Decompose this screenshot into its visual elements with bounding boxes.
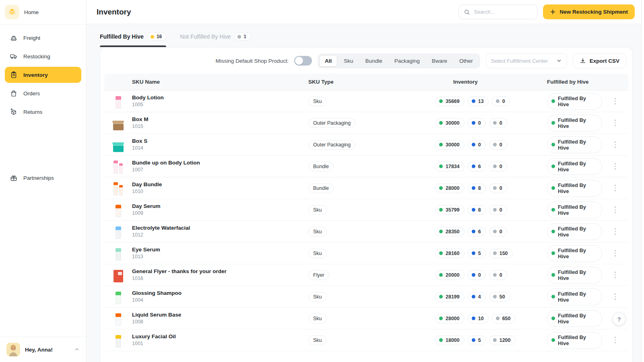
sku-name: General Flyer - thanks for your order <box>132 268 308 275</box>
sidebar-nav: FreightRestockingInventoryOrdersReturns <box>0 25 86 121</box>
table-row[interactable]: General Flyer - thanks for your order 10… <box>104 264 628 286</box>
row-menu-button[interactable] <box>612 117 619 129</box>
column-header-sku-type: SKU Type <box>308 79 435 85</box>
sidebar-item-inventory[interactable]: Inventory <box>5 67 81 83</box>
table-body: Body Lotion 1005 Sku 35669130 Fulfilled … <box>104 90 628 351</box>
row-menu-button[interactable] <box>612 182 619 194</box>
product-thumbnail <box>111 333 125 348</box>
table-row[interactable]: Liquid Serum Base 1008 Sku 2800010650 Fu… <box>104 308 628 329</box>
top-bar: Inventory New Restocking Shipment <box>87 0 644 24</box>
sku-name: Box M <box>132 116 308 123</box>
inventory-available-pill: 35799 <box>435 205 464 215</box>
sku-name: Eye Serum <box>132 246 308 253</box>
inventory-other-pill: 0 <box>489 205 507 215</box>
sidebar-item-orders[interactable]: Orders <box>5 85 81 101</box>
row-menu-button[interactable] <box>612 204 619 216</box>
product-thumbnail <box>111 224 125 239</box>
inventory-pills: 2800080 <box>435 183 547 193</box>
table-row[interactable]: Box S 1014 Outer Packaging 3000000 Fulfi… <box>104 134 628 156</box>
user-menu[interactable]: Hey, Anna! <box>0 337 86 362</box>
row-menu-button[interactable] <box>612 269 619 281</box>
fulfillment-center-select[interactable]: Select Fulfillment Center <box>486 53 567 68</box>
filter-segment-sku[interactable]: Sku <box>338 55 359 67</box>
inventory-reserved-pill: 8 <box>468 205 486 215</box>
filter-row: Missing Default Shop Product: AllSkuBund… <box>100 47 632 74</box>
row-menu-button[interactable] <box>612 160 619 172</box>
filter-segment-bundle[interactable]: Bundle <box>360 55 388 67</box>
row-menu-button[interactable] <box>612 226 619 237</box>
inventory-reserved-pill: 5 <box>468 335 486 345</box>
inventory-pills: 3000000 <box>435 140 547 150</box>
inventory-reserved-pill: 13 <box>468 97 489 106</box>
fulfillment-status-badge: Fulfilled By Hive <box>547 136 602 153</box>
filter-segment-other[interactable]: Other <box>454 55 479 67</box>
table-row[interactable]: Day Serum 1009 Sku 3579980 Fulfilled By … <box>104 199 628 221</box>
shopping-bag-icon <box>10 89 18 97</box>
new-restocking-shipment-button[interactable]: New Restocking Shipment <box>543 4 635 19</box>
sku-number: 1010 <box>132 188 308 195</box>
row-menu-button[interactable] <box>612 247 619 259</box>
table-row[interactable]: Eye Serum 1013 Sku 281605150 Fulfilled B… <box>104 243 628 264</box>
tab-fulfilled-by-hive[interactable]: Fulfilled By Hive16 <box>100 31 166 47</box>
fulfillment-status-badge: Fulfilled By Hive <box>547 115 602 132</box>
fulfillment-status-badge: Fulfilled By Hive <box>547 202 602 218</box>
main-area: Inventory New Restocking Shipment Fulfil… <box>87 0 644 362</box>
search-box <box>458 4 537 19</box>
row-menu-button[interactable] <box>612 291 619 302</box>
filter-segment-packaging[interactable]: Packaging <box>389 55 425 67</box>
table-row[interactable]: Luxury Facial Oil 1001 Sku 1800051200 Fu… <box>104 329 628 351</box>
sidebar-item-label: Restocking <box>23 53 50 60</box>
sidebar-item-freight[interactable]: Freight <box>5 30 81 46</box>
status-dot <box>551 295 555 298</box>
filter-segment-all[interactable]: All <box>319 55 337 67</box>
table-row[interactable]: Bundle up on Body Lotion 1007 Bundle 178… <box>104 156 628 177</box>
status-dot <box>551 121 555 125</box>
scrollbar[interactable] <box>641 0 644 362</box>
export-csv-button[interactable]: Export CSV <box>573 53 626 68</box>
inventory-reserved-pill: 5 <box>468 249 486 258</box>
row-menu-button[interactable] <box>612 139 619 150</box>
search-input[interactable] <box>474 9 532 15</box>
inventory-available-pill: 30000 <box>435 140 464 150</box>
sidebar-item-home[interactable]: Home <box>0 0 86 24</box>
table-row[interactable]: Electrolyte Waterfacial 1012 Sku 2835060… <box>104 221 628 243</box>
row-menu-button[interactable] <box>612 95 619 107</box>
inventory-other-pill: 650 <box>492 314 516 323</box>
tab-count-dot <box>151 35 154 39</box>
sku-type-badge: Outer Packaging <box>308 140 355 150</box>
sku-type-badge: Bundle <box>308 183 334 193</box>
table-row[interactable]: Glossing Shampoo 1004 Sku 28199450 Fulfi… <box>104 286 628 308</box>
content: Fulfilled By Hive16Not Fulfilled By Hive… <box>87 24 644 362</box>
sku-name: Day Bundle <box>132 181 308 188</box>
inventory-available-pill: 28199 <box>435 292 464 302</box>
missing-default-shop-product-toggle[interactable] <box>294 56 312 66</box>
inventory-table: SKU Name SKU Type Inventory Fulfilled by… <box>104 74 628 362</box>
sidebar-item-partnerships[interactable]: Partnerships <box>5 170 81 186</box>
table-row[interactable]: Body Lotion 1005 Sku 35669130 Fulfilled … <box>104 90 628 112</box>
status-dot <box>551 273 555 277</box>
table-row[interactable]: Box M 1015 Outer Packaging 3000000 Fulfi… <box>104 112 628 134</box>
tab-not-fulfilled-by-hive[interactable]: Not Fulfilled By Hive1 <box>180 31 251 47</box>
hive-logo-icon <box>5 5 19 19</box>
sidebar-item-restocking[interactable]: Restocking <box>5 48 81 64</box>
return-box-icon <box>10 108 18 116</box>
row-menu-button[interactable] <box>612 334 619 346</box>
filter-segment-bware[interactable]: Bware <box>426 55 453 67</box>
inventory-pills: 281605150 <box>435 249 547 258</box>
product-thumbnail <box>111 311 125 326</box>
gift-icon <box>10 174 18 182</box>
help-button[interactable]: ? <box>613 313 625 325</box>
inventory-available-pill: 28000 <box>435 314 464 323</box>
new-restocking-shipment-label: New Restocking Shipment <box>559 9 628 15</box>
inventory-other-pill: 0 <box>489 140 507 150</box>
sidebar-item-returns[interactable]: Returns <box>5 104 81 120</box>
inventory-available-pill: 28000 <box>435 183 464 193</box>
inventory-pills: 1783460 <box>435 162 547 171</box>
sku-type-badge: Bundle <box>308 162 334 171</box>
chevron-down-icon <box>556 58 562 64</box>
table-row[interactable]: Day Bundle 1010 Bundle 2800080 Fulfilled… <box>104 177 628 199</box>
sku-name: Day Serum <box>132 203 308 210</box>
sku-type-filter: AllSkuBundlePackagingBwareOther <box>318 53 480 68</box>
status-dot <box>551 317 555 320</box>
inventory-available-pill: 30000 <box>435 118 464 128</box>
